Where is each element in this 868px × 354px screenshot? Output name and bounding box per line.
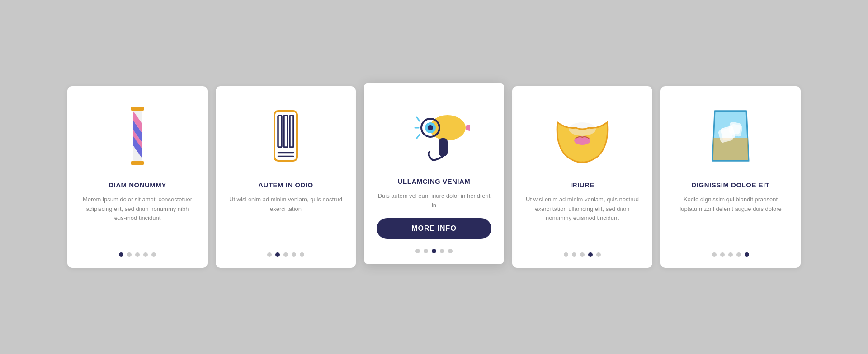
dot (440, 249, 444, 253)
svg-rect-7 (131, 161, 144, 165)
dot (432, 249, 436, 253)
card-1-dots (119, 252, 156, 257)
card-3-dots (415, 249, 453, 253)
card-iriure: IRIURE Ut wisi enim ad minim veniam, qui… (512, 86, 652, 268)
whiskey-glass-icon (706, 100, 755, 172)
dot (720, 252, 725, 257)
dot (564, 252, 568, 257)
hair-dryer-icon (398, 96, 470, 168)
dot (448, 249, 453, 253)
svg-line-22 (417, 135, 420, 138)
card-3-body: Duis autem vel eum iriure dolor in hendr… (377, 191, 491, 210)
barber-pole-icon (119, 100, 156, 172)
dot (712, 252, 717, 257)
card-1-title: DIAM NONUMMY (108, 181, 166, 189)
card-4-title: IRIURE (570, 181, 594, 189)
svg-point-19 (428, 125, 433, 130)
comb-icon (265, 100, 306, 172)
svg-marker-15 (466, 123, 470, 132)
dot (292, 252, 296, 257)
card-autem-in-odio: AUTEM IN ODIO Ut wisi enim ad minim veni… (216, 86, 356, 268)
dot (300, 252, 304, 257)
more-info-button[interactable]: MORE INFO (377, 218, 491, 239)
dot (596, 252, 601, 257)
card-4-dots (564, 252, 601, 257)
dot (415, 249, 420, 253)
card-diam-nonummy: DIAM NONUMMY Morem ipsum dolor sit amet,… (67, 86, 208, 268)
card-3-title: ULLAMCING VENIAM (398, 177, 471, 185)
dot (424, 249, 428, 253)
svg-rect-28 (730, 124, 743, 137)
dot (275, 252, 280, 257)
card-4-body: Ut wisi enim ad minim veniam, quis nostr… (525, 195, 640, 243)
card-ullamcing-veniam: ULLAMCING VENIAM Duis autem vel eum iriu… (364, 83, 504, 265)
dot (267, 252, 272, 257)
card-2-title: AUTEM IN ODIO (258, 181, 313, 189)
dot (283, 252, 288, 257)
svg-line-20 (417, 117, 420, 121)
card-5-body: Kodio dignissim qui blandit praesent lup… (673, 195, 788, 243)
dot (135, 252, 140, 257)
dot (143, 252, 148, 257)
dot (127, 252, 132, 257)
svg-rect-0 (131, 107, 144, 111)
svg-rect-16 (439, 138, 448, 156)
svg-rect-11 (290, 116, 293, 147)
card-1-body: Morem ipsum dolor sit amet, consectetuer… (80, 195, 195, 243)
card-2-dots (267, 252, 304, 257)
dot (745, 252, 749, 257)
dot (119, 252, 123, 257)
dot (580, 252, 585, 257)
cards-container: DIAM NONUMMY Morem ipsum dolor sit amet,… (40, 68, 828, 286)
dot (728, 252, 733, 257)
beard-icon (551, 100, 614, 172)
card-5-title: DIGNISSIM DOLOE EIT (692, 181, 770, 189)
svg-rect-9 (278, 116, 282, 147)
dot (736, 252, 741, 257)
card-dignissim: DIGNISSIM DOLOE EIT Kodio dignissim qui … (660, 86, 801, 268)
dot (151, 252, 156, 257)
card-2-body: Ut wisi enim ad minim veniam, quis nostr… (228, 195, 343, 243)
svg-rect-10 (284, 116, 288, 147)
dot (572, 252, 576, 257)
card-5-dots (712, 252, 749, 257)
dot (588, 252, 593, 257)
